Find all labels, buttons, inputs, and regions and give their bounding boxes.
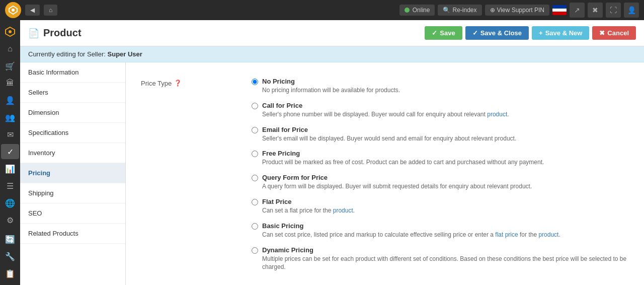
- radio-email-for-price[interactable]: [252, 127, 258, 133]
- online-label: Online: [413, 7, 430, 14]
- sidebar-users-icon[interactable]: 👥: [1, 110, 19, 125]
- basic-pricing-desc: Can set cost price, listed price and mar…: [262, 231, 560, 239]
- top-bar-left: ◀ ⌂: [5, 2, 57, 18]
- sidebar-tasks-icon[interactable]: ✓: [1, 144, 19, 159]
- sidebar-catalog-icon[interactable]: 🏛: [1, 76, 19, 91]
- option-basic-pricing-label[interactable]: Basic Pricing Can set cost price, listed…: [252, 222, 629, 239]
- page-header: 📄 Product ✓ Save ✓ Save & Close + Save &…: [20, 20, 644, 46]
- save-check-icon: ✓: [432, 29, 437, 37]
- save-close-button[interactable]: ✓ Save & Close: [465, 26, 529, 40]
- user-profile-button[interactable]: 👤: [624, 3, 639, 18]
- online-status: Online: [399, 5, 435, 16]
- joomla-icon-button[interactable]: ✖: [588, 3, 603, 18]
- sidebar-refresh-icon[interactable]: 🔄: [1, 232, 19, 247]
- radio-basic-pricing[interactable]: [252, 223, 258, 230]
- external-link-button[interactable]: ↗: [570, 3, 585, 18]
- nav-item-dimension[interactable]: Dimension: [20, 103, 125, 123]
- radio-no-pricing[interactable]: [252, 79, 258, 85]
- query-form-desc: A query form will be displayed. Buyer wi…: [262, 182, 532, 191]
- nav-item-sellers[interactable]: Sellers: [20, 83, 125, 103]
- page-title: 📄 Product: [28, 27, 82, 39]
- radio-query-form[interactable]: [252, 175, 258, 181]
- price-type-help-icon[interactable]: ❓: [174, 80, 182, 87]
- option-no-pricing-label[interactable]: No Pricing No pricing information will b…: [252, 78, 629, 95]
- option-free-pricing: Free Pricing Product will be marked as f…: [252, 150, 629, 167]
- nav-item-specifications[interactable]: Specifications: [20, 123, 125, 143]
- flat-price-title: Flat Price: [262, 198, 355, 205]
- online-dot: [405, 8, 410, 13]
- expand-button[interactable]: ⛶: [606, 3, 621, 18]
- svg-point-3: [9, 30, 12, 33]
- option-flat-price: Flat Price Can set a flat price for the …: [252, 198, 629, 215]
- call-for-price-title: Call for Price: [262, 102, 509, 109]
- option-call-for-price: Call for Price Seller's phone number wil…: [252, 102, 629, 119]
- left-nav: Basic Information Sellers Dimension Spec…: [20, 62, 126, 285]
- sidebar-clipboard-icon[interactable]: 📋: [1, 266, 19, 281]
- nav-item-pricing[interactable]: Pricing: [20, 163, 125, 183]
- free-pricing-desc: Product will be marked as free of cost. …: [262, 158, 544, 167]
- svg-point-1: [12, 9, 15, 12]
- option-email-for-price-label[interactable]: Email for Price Seller's email will be d…: [252, 126, 629, 143]
- call-for-price-desc: Seller's phone number will be displayed.…: [262, 110, 509, 119]
- flat-price-link[interactable]: product: [333, 207, 353, 214]
- query-form-title: Query Form for Price: [262, 174, 532, 181]
- option-flat-price-label[interactable]: Flat Price Can set a flat price for the …: [252, 198, 629, 215]
- seller-name: Super User: [108, 50, 142, 58]
- nav-item-shipping[interactable]: Shipping: [20, 183, 125, 203]
- basic-product-link[interactable]: product: [538, 231, 558, 238]
- reindex-button[interactable]: 🔍 Re-index: [438, 5, 481, 16]
- nav-item-related-products[interactable]: Related Products: [20, 224, 125, 244]
- sidebar-home-icon[interactable]: ⌂: [1, 41, 19, 56]
- option-query-form: Query Form for Price A query form will b…: [252, 174, 629, 191]
- sidebar-tools-icon[interactable]: 🔧: [1, 249, 19, 264]
- page-title-text: Product: [43, 27, 82, 39]
- sidebar-logo[interactable]: [1, 24, 19, 39]
- support-pin-button[interactable]: ⊕ View Support PIN: [485, 5, 550, 16]
- basic-flat-link[interactable]: flat price: [495, 231, 518, 238]
- main-panel: Price Type ❓ No Pricing No pricing infor…: [126, 62, 644, 285]
- main-content: 📄 Product ✓ Save ✓ Save & Close + Save &…: [20, 20, 644, 285]
- nav-item-basic-information[interactable]: Basic Information: [20, 62, 125, 83]
- option-free-pricing-label[interactable]: Free Pricing Product will be marked as f…: [252, 150, 629, 167]
- home-button[interactable]: ⌂: [44, 5, 57, 16]
- left-sidebar: ⌂ 🛒 🏛 👤 👥 ✉ ✓ 📊 ☰ 🌐 ⚙ 🔄 🔧 📋: [0, 20, 20, 285]
- radio-call-for-price[interactable]: [252, 103, 258, 109]
- price-type-group: Price Type ❓ No Pricing No pricing infor…: [141, 73, 629, 283]
- email-for-price-desc: Seller's email will be displayed. Buyer …: [262, 134, 516, 143]
- option-call-for-price-label[interactable]: Call for Price Seller's phone number wil…: [252, 102, 629, 119]
- email-for-price-title: Email for Price: [262, 126, 516, 133]
- option-email-for-price: Email for Price Seller's email will be d…: [252, 126, 629, 143]
- back-button[interactable]: ◀: [25, 5, 40, 16]
- flat-price-desc: Can set a flat price for the product.: [262, 206, 355, 215]
- no-pricing-desc: No pricing information will be available…: [262, 86, 400, 95]
- sidebar-reports-icon[interactable]: 📊: [1, 161, 19, 176]
- radio-dynamic-pricing[interactable]: [252, 247, 258, 254]
- top-bar: ◀ ⌂ Online 🔍 Re-index ⊕ View Support PIN…: [0, 0, 644, 20]
- nav-item-inventory[interactable]: Inventory: [20, 143, 125, 163]
- page-title-icon: 📄: [28, 28, 39, 39]
- sidebar-settings-icon[interactable]: ⚙: [1, 212, 19, 228]
- basic-pricing-title: Basic Pricing: [262, 222, 560, 230]
- free-pricing-title: Free Pricing: [262, 150, 544, 157]
- sidebar-globe-icon[interactable]: 🌐: [1, 195, 19, 210]
- no-pricing-title: No Pricing: [262, 78, 400, 85]
- radio-flat-price[interactable]: [252, 199, 258, 205]
- option-dynamic-pricing-label[interactable]: Dynamic Pricing Multiple prices can be s…: [252, 246, 629, 272]
- save-new-button[interactable]: + Save & New: [532, 26, 589, 40]
- radio-free-pricing[interactable]: [252, 151, 258, 157]
- top-bar-right: Online 🔍 Re-index ⊕ View Support PIN ↗ ✖…: [399, 3, 639, 18]
- price-type-options: No Pricing No pricing information will b…: [252, 78, 629, 278]
- cancel-button[interactable]: ✖ Cancel: [592, 26, 636, 40]
- call-price-link[interactable]: product: [487, 111, 507, 118]
- panel-body: Price Type ❓ No Pricing No pricing infor…: [126, 62, 644, 285]
- sidebar-mail-icon[interactable]: ✉: [1, 127, 19, 142]
- app-logo[interactable]: [5, 2, 21, 18]
- nav-item-seo[interactable]: SEO: [20, 203, 125, 224]
- sidebar-user-icon[interactable]: 👤: [1, 93, 19, 108]
- option-query-form-label[interactable]: Query Form for Price A query form will b…: [252, 174, 629, 191]
- sidebar-cart-icon[interactable]: 🛒: [1, 58, 19, 74]
- sidebar-menu-icon[interactable]: ☰: [1, 178, 19, 193]
- option-dynamic-pricing: Dynamic Pricing Multiple prices can be s…: [252, 246, 629, 272]
- language-flag[interactable]: [552, 5, 567, 15]
- save-button[interactable]: ✓ Save: [425, 26, 462, 40]
